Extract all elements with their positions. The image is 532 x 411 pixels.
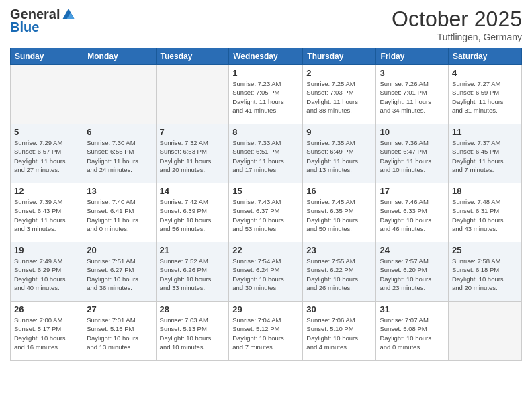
table-cell: 6Sunrise: 7:30 AM Sunset: 6:55 PM Daylig… [83,124,156,183]
day-number: 25 [452,245,518,255]
col-sunday: Sunday [11,48,83,65]
day-info: Sunrise: 7:36 AM Sunset: 6:47 PM Dayligh… [380,138,445,174]
day-number: 22 [232,245,299,255]
table-cell: 8Sunrise: 7:33 AM Sunset: 6:51 PM Daylig… [229,124,303,183]
col-monday: Monday [83,48,156,65]
logo-blue: Blue [10,19,39,35]
day-info: Sunrise: 7:23 AM Sunset: 7:05 PM Dayligh… [232,79,299,115]
day-info: Sunrise: 7:42 AM Sunset: 6:39 PM Dayligh… [160,197,226,233]
header: General Blue October 2025 Tuttlingen, Ge… [10,7,522,42]
day-info: Sunrise: 7:58 AM Sunset: 6:18 PM Dayligh… [452,257,518,292]
table-cell: 20Sunrise: 7:51 AM Sunset: 6:27 PM Dayli… [83,242,156,302]
day-number: 1 [232,68,299,78]
location: Tuttlingen, Germany [392,32,522,42]
day-info: Sunrise: 7:30 AM Sunset: 6:55 PM Dayligh… [87,138,152,174]
day-number: 19 [14,245,79,255]
table-cell: 17Sunrise: 7:46 AM Sunset: 6:33 PM Dayli… [376,183,449,242]
day-info: Sunrise: 7:06 AM Sunset: 5:10 PM Dayligh… [306,316,372,351]
day-number: 7 [160,127,226,137]
title-section: October 2025 Tuttlingen, Germany [392,7,522,42]
day-number: 26 [14,304,79,314]
day-info: Sunrise: 7:43 AM Sunset: 6:37 PM Dayligh… [232,197,299,233]
table-cell: 21Sunrise: 7:52 AM Sunset: 6:26 PM Dayli… [156,242,229,302]
col-saturday: Saturday [449,48,522,65]
day-number: 18 [452,186,518,196]
table-cell [83,65,156,124]
header-row: Sunday Monday Tuesday Wednesday Thursday… [11,48,522,65]
calendar-table: Sunday Monday Tuesday Wednesday Thursday… [10,48,522,361]
day-info: Sunrise: 7:00 AM Sunset: 5:17 PM Dayligh… [14,316,79,351]
day-info: Sunrise: 7:48 AM Sunset: 6:31 PM Dayligh… [452,197,518,233]
table-cell: 2Sunrise: 7:25 AM Sunset: 7:03 PM Daylig… [303,65,376,124]
day-number: 21 [160,245,226,255]
day-number: 23 [306,245,372,255]
day-number: 4 [452,68,518,78]
day-number: 10 [380,127,445,137]
table-cell: 27Sunrise: 7:01 AM Sunset: 5:15 PM Dayli… [83,302,156,361]
day-info: Sunrise: 7:33 AM Sunset: 6:51 PM Dayligh… [232,138,299,174]
calendar-row: 26Sunrise: 7:00 AM Sunset: 5:17 PM Dayli… [11,302,522,361]
col-wednesday: Wednesday [229,48,303,65]
day-info: Sunrise: 7:32 AM Sunset: 6:53 PM Dayligh… [160,138,226,174]
day-info: Sunrise: 7:52 AM Sunset: 6:26 PM Dayligh… [160,257,226,292]
day-number: 16 [306,186,372,196]
day-number: 8 [232,127,299,137]
table-cell: 9Sunrise: 7:35 AM Sunset: 6:49 PM Daylig… [303,124,376,183]
table-cell: 30Sunrise: 7:06 AM Sunset: 5:10 PM Dayli… [303,302,376,361]
table-cell: 10Sunrise: 7:36 AM Sunset: 6:47 PM Dayli… [376,124,449,183]
table-cell: 28Sunrise: 7:03 AM Sunset: 5:13 PM Dayli… [156,302,229,361]
day-info: Sunrise: 7:27 AM Sunset: 6:59 PM Dayligh… [452,79,518,115]
day-info: Sunrise: 7:51 AM Sunset: 6:27 PM Dayligh… [87,257,152,292]
day-number: 20 [87,245,152,255]
day-info: Sunrise: 7:37 AM Sunset: 6:45 PM Dayligh… [452,138,518,174]
table-cell: 19Sunrise: 7:49 AM Sunset: 6:29 PM Dayli… [11,242,83,302]
day-number: 24 [380,245,445,255]
day-number: 13 [87,186,152,196]
day-info: Sunrise: 7:07 AM Sunset: 5:08 PM Dayligh… [380,316,445,351]
table-cell [11,65,83,124]
table-cell [449,302,522,361]
logo-icon [61,7,76,22]
table-cell: 7Sunrise: 7:32 AM Sunset: 6:53 PM Daylig… [156,124,229,183]
table-cell: 4Sunrise: 7:27 AM Sunset: 6:59 PM Daylig… [449,65,522,124]
day-info: Sunrise: 7:26 AM Sunset: 7:01 PM Dayligh… [380,79,445,115]
table-cell: 22Sunrise: 7:54 AM Sunset: 6:24 PM Dayli… [229,242,303,302]
day-number: 28 [160,304,226,314]
col-friday: Friday [376,48,449,65]
day-number: 15 [232,186,299,196]
table-cell: 24Sunrise: 7:57 AM Sunset: 6:20 PM Dayli… [376,242,449,302]
day-info: Sunrise: 7:46 AM Sunset: 6:33 PM Dayligh… [380,197,445,233]
calendar-row: 19Sunrise: 7:49 AM Sunset: 6:29 PM Dayli… [11,242,522,302]
table-cell: 26Sunrise: 7:00 AM Sunset: 5:17 PM Dayli… [11,302,83,361]
day-info: Sunrise: 7:01 AM Sunset: 5:15 PM Dayligh… [87,316,152,351]
table-cell: 15Sunrise: 7:43 AM Sunset: 6:37 PM Dayli… [229,183,303,242]
day-number: 29 [232,304,299,314]
day-info: Sunrise: 7:04 AM Sunset: 5:12 PM Dayligh… [232,316,299,351]
day-info: Sunrise: 7:40 AM Sunset: 6:41 PM Dayligh… [87,197,152,233]
day-number: 12 [14,186,79,196]
month-title: October 2025 [392,7,522,32]
day-number: 17 [380,186,445,196]
day-number: 5 [14,127,79,137]
day-number: 9 [306,127,372,137]
day-number: 30 [306,304,372,314]
calendar-row: 12Sunrise: 7:39 AM Sunset: 6:43 PM Dayli… [11,183,522,242]
calendar-row: 5Sunrise: 7:29 AM Sunset: 6:57 PM Daylig… [11,124,522,183]
logo: General Blue [10,7,76,35]
table-cell: 13Sunrise: 7:40 AM Sunset: 6:41 PM Dayli… [83,183,156,242]
day-number: 6 [87,127,152,137]
table-cell [156,65,229,124]
table-cell: 5Sunrise: 7:29 AM Sunset: 6:57 PM Daylig… [11,124,83,183]
table-cell: 3Sunrise: 7:26 AM Sunset: 7:01 PM Daylig… [376,65,449,124]
day-number: 2 [306,68,372,78]
day-info: Sunrise: 7:29 AM Sunset: 6:57 PM Dayligh… [14,138,79,174]
day-info: Sunrise: 7:03 AM Sunset: 5:13 PM Dayligh… [160,316,226,351]
table-cell: 11Sunrise: 7:37 AM Sunset: 6:45 PM Dayli… [449,124,522,183]
table-cell: 14Sunrise: 7:42 AM Sunset: 6:39 PM Dayli… [156,183,229,242]
table-cell: 1Sunrise: 7:23 AM Sunset: 7:05 PM Daylig… [229,65,303,124]
day-number: 11 [452,127,518,137]
table-cell: 16Sunrise: 7:45 AM Sunset: 6:35 PM Dayli… [303,183,376,242]
table-cell: 18Sunrise: 7:48 AM Sunset: 6:31 PM Dayli… [449,183,522,242]
day-number: 3 [380,68,445,78]
day-info: Sunrise: 7:57 AM Sunset: 6:20 PM Dayligh… [380,257,445,292]
